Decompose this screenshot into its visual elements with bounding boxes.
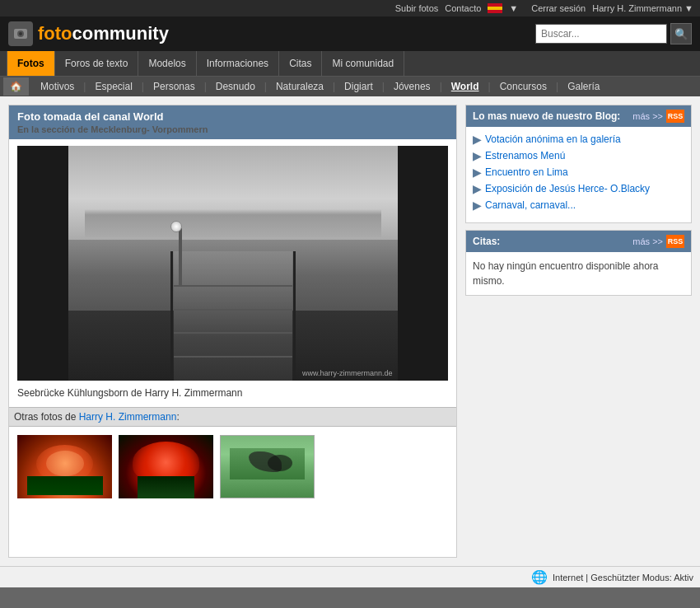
thumbnail-2[interactable] [119, 435, 213, 498]
search-area: 🔍 [535, 23, 692, 44]
header: fotocommunity 🔍 [0, 16, 700, 51]
thumbnails [17, 435, 448, 498]
flag-arrow: ▼ [509, 3, 518, 13]
subnav-especial[interactable]: Especial [86, 77, 140, 96]
photo-inner: www.harry-zimmermann.de [68, 146, 398, 381]
lamp-post [179, 228, 182, 287]
user-menu[interactable]: Harry H. Zimmermann ▼ [592, 3, 693, 13]
photo-caption: Seebrücke Kühlungsborn de Harry H. Zimme… [17, 387, 448, 399]
channel-title: Foto tomada del canal World En la secció… [9, 105, 456, 139]
blog-item-4[interactable]: ▶ Exposición de Jesús Herce- O.Blacky [473, 183, 684, 194]
ie-icon: 🌐 [531, 569, 548, 585]
content-wrapper: Foto tomada del canal World En la secció… [0, 96, 700, 566]
logo[interactable]: fotocommunity [8, 21, 169, 46]
bullet-2: ▶ [473, 150, 482, 161]
home-button[interactable]: 🏠 [3, 77, 29, 96]
thumbnail-3[interactable] [220, 435, 315, 498]
blog-item-1[interactable]: ▶ Votación anónima en la galería [473, 133, 684, 145]
photo-container[interactable]: www.harry-zimmermann.de [17, 146, 448, 381]
bullet-4: ▶ [473, 183, 482, 194]
citas-body: No hay ningún encuentro disponible ahora… [466, 252, 691, 295]
top-bar: Subir fotos Contacto ▼ Cerrar sesión Har… [0, 0, 700, 16]
pier-plank-1 [174, 356, 292, 358]
nav-modelos[interactable]: Modelos [138, 51, 196, 76]
search-input[interactable] [535, 24, 667, 44]
citas-box: Citas: más >> RSS No hay ningún encuentr… [465, 230, 692, 296]
blog-title: Lo mas nuevo de nuestro Blog: [473, 110, 620, 122]
rss-icon[interactable]: RSS [666, 110, 684, 123]
svg-point-2 [19, 32, 22, 35]
citas-header: Citas: más >> RSS [466, 231, 691, 252]
citas-title: Citas: [473, 236, 500, 247]
subnav-jovenes[interactable]: Jóvenes [385, 77, 439, 96]
citas-mas-link[interactable]: más >> [632, 236, 663, 246]
upload-link[interactable]: Subir fotos [395, 3, 439, 13]
nav-micomunidad[interactable]: Mi comunidad [322, 51, 404, 76]
home-icon: 🏠 [10, 81, 22, 92]
blog-item-2[interactable]: ▶ Estrenamos Menú [473, 150, 684, 161]
buildings [85, 209, 381, 237]
thumbnail-1[interactable] [17, 435, 112, 498]
subnav-concursos[interactable]: Concursos [492, 77, 555, 96]
subnav-desnudo[interactable]: Desnudo [208, 77, 264, 96]
bullet-5: ▶ [473, 199, 482, 211]
pier-deck [174, 251, 292, 381]
nav-foros[interactable]: Foros de texto [55, 51, 139, 76]
author-link[interactable]: Harry H. Zimmermann [79, 411, 177, 423]
subnav-motivos[interactable]: Motivos [32, 77, 82, 96]
channel-subtitle: En la sección de Mecklenburg- Vorpommern [17, 124, 448, 134]
subnav-galeria[interactable]: Galería [559, 77, 608, 96]
logout-link[interactable]: Cerrar sesión [531, 3, 586, 13]
bullet-3: ▶ [473, 166, 482, 178]
right-panel: Lo mas nuevo de nuestro Blog: más >> RSS… [465, 105, 692, 558]
contact-link[interactable]: Contacto [445, 3, 481, 13]
nav-fotos[interactable]: Fotos [7, 51, 55, 76]
citas-text: No hay ningún encuentro disponible ahora… [473, 260, 659, 287]
subnav-world[interactable]: World [443, 77, 488, 96]
search-button[interactable]: 🔍 [670, 23, 692, 44]
subnav-digiart[interactable]: Digiart [336, 77, 381, 96]
logo-text: fotocommunity [38, 23, 169, 44]
watermark: www.harry-zimmermann.de [302, 369, 393, 377]
pier-plank-3 [174, 309, 292, 311]
blog-mas-link[interactable]: más >> [632, 111, 663, 121]
subnav-naturaleza[interactable]: Naturaleza [268, 77, 332, 96]
nav-informaciones[interactable]: Informaciones [197, 51, 279, 76]
logo-icon [8, 21, 33, 46]
blog-header: Lo mas nuevo de nuestro Blog: más >> RSS [466, 105, 691, 127]
pier-rail-right [293, 251, 296, 381]
blog-item-5[interactable]: ▶ Carnaval, carnaval... [473, 199, 684, 211]
status-text: Internet | Geschützter Modus: Aktiv [553, 573, 693, 582]
other-photos-label: Otras fotos de Harry H. Zimmermann: [9, 407, 456, 427]
nav-citas[interactable]: Citas [279, 51, 322, 76]
bottom-bar: 🌐 Internet | Geschützter Modus: Aktiv [0, 566, 700, 587]
main-nav: Fotos Foros de texto Modelos Informacion… [0, 51, 700, 77]
lamp-head [170, 221, 182, 232]
bullet-1: ▶ [473, 133, 482, 145]
blog-item-3[interactable]: ▶ Encuentro en Lima [473, 166, 684, 178]
pier-plank-2 [174, 332, 292, 334]
pier-plank-4 [174, 285, 292, 287]
citas-rss-icon[interactable]: RSS [666, 235, 684, 248]
flag-icon [488, 3, 502, 13]
subnav-personas[interactable]: Personas [145, 77, 203, 96]
pier-rail-left [170, 251, 173, 381]
sub-nav: 🏠 Motivos| Especial| Personas| Desnudo| … [0, 77, 700, 96]
left-panel: Foto tomada del canal World En la secció… [8, 105, 457, 558]
main-photo: www.harry-zimmermann.de [68, 146, 398, 381]
blog-box: Lo mas nuevo de nuestro Blog: más >> RSS… [465, 105, 692, 223]
blog-body: ▶ Votación anónima en la galería ▶ Estre… [466, 127, 691, 222]
search-icon: 🔍 [674, 28, 688, 40]
